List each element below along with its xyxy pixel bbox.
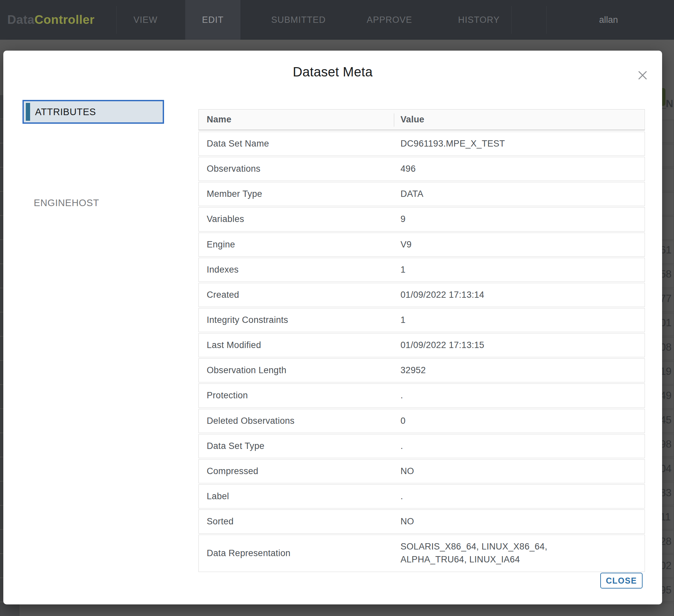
table-row: Variables9 — [199, 207, 645, 231]
row-value: 0 — [394, 409, 619, 433]
table-row: Protection. — [199, 384, 645, 408]
table-row: Last Modified01/09/2022 17:13:15 — [199, 333, 645, 357]
row-value: 1 — [394, 258, 619, 282]
attributes-table: Name Value Data Set NameDC961193.MPE_X_T… — [199, 109, 645, 573]
nav-item-submitted[interactable]: SUBMITTED — [263, 0, 334, 40]
table-row: EngineV9 — [199, 232, 645, 257]
row-value: NO — [394, 459, 619, 483]
row-value: 32952 — [394, 358, 619, 382]
nav-item-approve[interactable]: APPROVE — [360, 0, 418, 40]
nav-item-view[interactable]: VIEW — [119, 0, 172, 40]
row-name: Data Set Type — [199, 436, 394, 456]
nav-item-edit[interactable]: EDIT — [185, 0, 240, 40]
screen: i DC961193.MPE_X_TEST (100 _N 6158770108… — [0, 0, 674, 616]
app-logo-part2: Controller — [34, 13, 95, 27]
row-name: Indexes — [199, 260, 394, 280]
column-header-value: Value — [394, 114, 645, 125]
nav-divider — [511, 6, 512, 34]
row-value: . — [394, 384, 619, 407]
column-divider — [394, 113, 394, 127]
tab-attributes[interactable]: ATTRIBUTES — [22, 100, 164, 124]
row-name: Variables — [199, 209, 394, 230]
row-value: V9 — [394, 233, 619, 256]
dataset-meta-modal: Dataset Meta ATTRIBUTES ENGINEHOST Name … — [3, 50, 662, 604]
row-value: 01/09/2022 17:13:14 — [394, 283, 619, 307]
row-value: NO — [394, 510, 619, 533]
table-row: Member TypeDATA — [199, 182, 645, 206]
app-logo-part1: Data — [7, 13, 34, 27]
row-value: 1 — [394, 308, 619, 332]
tab-enginehost[interactable]: ENGINEHOST — [34, 194, 99, 212]
row-name: Engine — [199, 234, 394, 255]
nav-item-history[interactable]: HISTORY — [457, 0, 500, 40]
row-value: . — [394, 434, 619, 458]
tab-attributes-label: ATTRIBUTES — [35, 101, 96, 122]
table-row: Indexes1 — [199, 258, 645, 282]
column-header-name: Name — [199, 114, 394, 125]
row-name: Created — [199, 285, 394, 305]
row-name: Last Modified — [199, 335, 394, 355]
table-row: Data Set NameDC961193.MPE_X_TEST — [199, 132, 645, 156]
row-name: Observation Length — [199, 360, 394, 381]
row-name: Sorted — [199, 511, 394, 532]
close-button[interactable]: CLOSE — [600, 573, 643, 589]
table-row: Integrity Constraints1 — [199, 308, 645, 332]
row-name: Label — [199, 486, 394, 507]
table-row: Observation Length32952 — [199, 358, 645, 383]
table-row: Deleted Observations0 — [199, 409, 645, 433]
nav-divider — [116, 6, 117, 34]
table-header-row: Name Value — [199, 109, 645, 130]
table-row: Observations496 — [199, 157, 645, 181]
table-row: Created01/09/2022 17:13:14 — [199, 283, 645, 307]
table-row: Data RepresentationSOLARIS_X86_64, LINUX… — [199, 535, 645, 572]
row-name: Member Type — [199, 184, 394, 204]
row-name: Observations — [199, 159, 394, 179]
app-logo[interactable]: DataController — [7, 0, 95, 40]
row-name: Compressed — [199, 461, 394, 482]
top-navbar: DataController VIEWEDITSUBMITTEDAPPROVEH… — [0, 0, 674, 40]
row-value: DATA — [394, 182, 619, 206]
selected-tab-accent-bar — [26, 103, 30, 121]
row-value: DC961193.MPE_X_TEST — [394, 132, 619, 156]
row-value: SOLARIS_X86_64, LINUX_X86_64, ALPHA_TRU6… — [394, 535, 619, 571]
row-name: Data Representation — [199, 543, 394, 564]
row-value: 01/09/2022 17:13:15 — [394, 333, 619, 357]
row-value: 9 — [394, 207, 619, 231]
row-value: . — [394, 485, 619, 508]
row-name: Deleted Observations — [199, 411, 394, 431]
table-row: CompressedNO — [199, 459, 645, 483]
table-row: Label. — [199, 484, 645, 508]
row-name: Protection — [199, 385, 394, 406]
modal-title: Dataset Meta — [3, 65, 662, 79]
row-name: Data Set Name — [199, 133, 394, 154]
row-value: 496 — [394, 157, 619, 181]
user-menu[interactable]: allan — [582, 0, 635, 40]
nav-divider — [546, 6, 547, 34]
table-row: Data Set Type. — [199, 434, 645, 458]
close-icon[interactable] — [635, 68, 650, 83]
row-name: Integrity Constraints — [199, 310, 394, 330]
table-row: SortedNO — [199, 509, 645, 534]
